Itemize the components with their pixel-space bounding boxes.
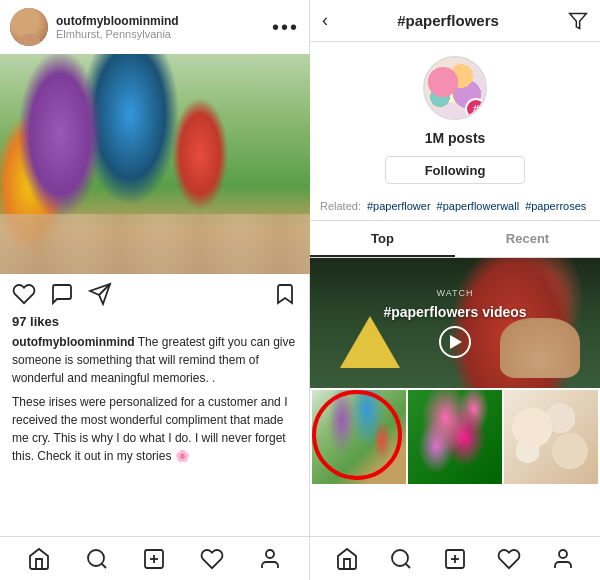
content-area: WATCH #paperflowers videos (310, 258, 600, 536)
related-tag-3[interactable]: #paperroses (525, 200, 586, 212)
caption-username[interactable]: outofmybloominmind (12, 335, 135, 349)
related-tag-1[interactable]: #paperflower (367, 200, 431, 212)
profile-nav-button[interactable] (257, 546, 283, 572)
svg-point-2 (88, 550, 104, 566)
related-tags: Related: #paperflower #paperflowerwall #… (310, 194, 600, 221)
grid-item-3[interactable] (504, 390, 598, 484)
post-header: outofmybloominmind Elmhurst, Pennsylvani… (0, 0, 309, 54)
play-triangle-icon (450, 335, 462, 349)
more-button[interactable]: ••• (272, 17, 299, 37)
comment-button[interactable] (50, 282, 74, 306)
svg-line-10 (406, 563, 410, 567)
back-button[interactable]: ‹ (322, 10, 328, 31)
bottom-nav (0, 536, 309, 580)
follow-button[interactable]: Following (385, 156, 525, 184)
tabs: Top Recent (310, 221, 600, 258)
avatar[interactable] (10, 8, 48, 46)
filter-button[interactable] (568, 11, 588, 31)
svg-point-9 (392, 550, 408, 566)
posts-count: 1M posts (425, 130, 486, 146)
hashtag-title: #paperflowers (397, 12, 499, 29)
right-bottom-nav (310, 536, 600, 580)
right-add-nav-button[interactable] (442, 546, 468, 572)
post-username[interactable]: outofmybloominmind (56, 14, 179, 28)
post-actions (0, 274, 309, 314)
right-header: ‹ #paperflowers (310, 0, 600, 42)
watch-label: WATCH (436, 288, 473, 298)
grid-item-2[interactable] (408, 390, 502, 484)
play-button[interactable] (439, 326, 471, 358)
home-nav-button[interactable] (26, 546, 52, 572)
svg-marker-8 (570, 13, 587, 28)
hashtag-info: # 1M posts Following (310, 42, 600, 194)
related-tag-2[interactable]: #paperflowerwall (437, 200, 520, 212)
right-search-nav-button[interactable] (388, 546, 414, 572)
hashtag-badge: # (465, 98, 487, 120)
actions-left (12, 282, 112, 306)
svg-line-3 (101, 563, 105, 567)
grid-item-1[interactable] (312, 390, 406, 484)
post-location: Elmhurst, Pennsylvania (56, 28, 179, 40)
add-nav-button[interactable] (141, 546, 167, 572)
caption-more: These irises were personalized for a cus… (0, 393, 309, 469)
video-overlay: WATCH #paperflowers videos (383, 288, 526, 358)
like-button[interactable] (12, 282, 36, 306)
right-heart-nav-button[interactable] (496, 546, 522, 572)
left-panel: outofmybloominmind Elmhurst, Pennsylvani… (0, 0, 310, 580)
post-header-left: outofmybloominmind Elmhurst, Pennsylvani… (10, 8, 179, 46)
right-home-nav-button[interactable] (334, 546, 360, 572)
right-panel: ‹ #paperflowers # 1M posts Following Rel… (310, 0, 600, 580)
video-title: #paperflowers videos (383, 304, 526, 320)
user-info: outofmybloominmind Elmhurst, Pennsylvani… (56, 14, 179, 40)
tab-top[interactable]: Top (310, 221, 455, 257)
svg-point-7 (266, 550, 274, 558)
heart-nav-button[interactable] (199, 546, 225, 572)
likes-count: 97 likes (0, 314, 309, 329)
post-caption: outofmybloominmind The greatest gift you… (0, 333, 309, 387)
share-button[interactable] (88, 282, 112, 306)
related-label: Related: (320, 200, 361, 212)
video-banner[interactable]: WATCH #paperflowers videos (310, 258, 600, 388)
hashtag-avatar: # (423, 56, 487, 120)
post-image (0, 54, 310, 274)
tab-recent[interactable]: Recent (455, 221, 600, 257)
image-grid (310, 388, 600, 486)
bookmark-button[interactable] (273, 282, 297, 306)
svg-point-14 (559, 550, 567, 558)
search-nav-button[interactable] (84, 546, 110, 572)
right-profile-nav-button[interactable] (550, 546, 576, 572)
